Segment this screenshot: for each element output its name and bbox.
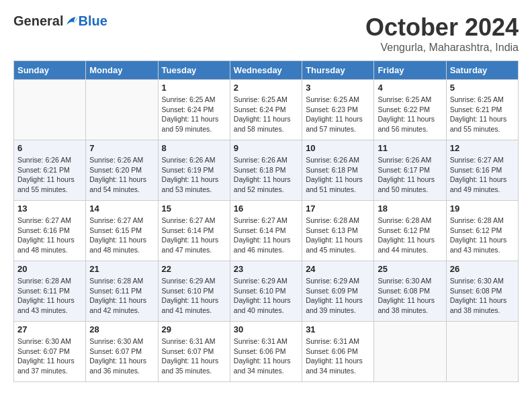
day-number: 21 [89, 264, 154, 274]
day-number: 23 [234, 264, 298, 274]
day-header-monday: Monday [86, 61, 158, 80]
day-number: 26 [450, 264, 515, 274]
calendar-day-cell: 3Sunrise: 6:25 AMSunset: 6:23 PMDaylight… [302, 80, 374, 140]
calendar-day-cell [374, 322, 446, 382]
calendar-day-cell: 27Sunrise: 6:30 AMSunset: 6:07 PMDayligh… [14, 322, 86, 382]
calendar-week-row: 6Sunrise: 6:26 AMSunset: 6:21 PMDaylight… [14, 140, 519, 201]
day-info: Sunrise: 6:26 AMSunset: 6:19 PMDaylight:… [162, 155, 226, 195]
day-info: Sunrise: 6:29 AMSunset: 6:09 PMDaylight:… [306, 276, 370, 316]
logo-bird-icon [64, 15, 78, 28]
day-info: Sunrise: 6:31 AMSunset: 6:07 PMDaylight:… [162, 336, 226, 376]
calendar-day-cell: 22Sunrise: 6:29 AMSunset: 6:10 PMDayligh… [158, 261, 230, 322]
page-header: General Blue October 2024 Vengurla, Maha… [13, 13, 519, 54]
day-number: 24 [306, 264, 370, 274]
calendar-day-cell [86, 80, 158, 140]
title-section: October 2024 Vengurla, Maharashtra, Indi… [365, 13, 519, 54]
day-info: Sunrise: 6:28 AMSunset: 6:12 PMDaylight:… [378, 216, 442, 255]
day-info: Sunrise: 6:25 AMSunset: 6:24 PMDaylight:… [234, 95, 298, 134]
day-info: Sunrise: 6:25 AMSunset: 6:21 PMDaylight:… [450, 95, 515, 134]
month-title: October 2024 [365, 13, 519, 42]
calendar-week-row: 1Sunrise: 6:25 AMSunset: 6:24 PMDaylight… [14, 80, 519, 140]
calendar-day-cell: 20Sunrise: 6:28 AMSunset: 6:11 PMDayligh… [14, 261, 86, 322]
day-number: 25 [378, 264, 442, 274]
day-number: 20 [17, 264, 82, 274]
day-number: 28 [89, 324, 154, 334]
day-header-tuesday: Tuesday [158, 61, 230, 80]
calendar-day-cell: 15Sunrise: 6:27 AMSunset: 6:14 PMDayligh… [158, 201, 230, 261]
calendar-day-cell: 11Sunrise: 6:26 AMSunset: 6:17 PMDayligh… [374, 140, 446, 201]
day-info: Sunrise: 6:29 AMSunset: 6:10 PMDaylight:… [234, 276, 298, 316]
day-number: 17 [306, 203, 370, 214]
day-number: 19 [450, 203, 515, 214]
day-info: Sunrise: 6:25 AMSunset: 6:22 PMDaylight:… [378, 95, 442, 134]
day-number: 31 [306, 324, 370, 334]
day-number: 30 [234, 324, 298, 334]
day-number: 12 [450, 143, 515, 153]
calendar-day-cell: 23Sunrise: 6:29 AMSunset: 6:10 PMDayligh… [230, 261, 302, 322]
day-number: 14 [89, 203, 154, 214]
day-number: 15 [162, 203, 226, 214]
day-number: 9 [234, 143, 298, 153]
day-number: 27 [17, 324, 82, 334]
calendar-day-cell: 26Sunrise: 6:30 AMSunset: 6:08 PMDayligh… [446, 261, 518, 322]
day-info: Sunrise: 6:25 AMSunset: 6:24 PMDaylight:… [162, 95, 226, 134]
calendar-header-row: SundayMondayTuesdayWednesdayThursdayFrid… [14, 61, 519, 80]
calendar-day-cell: 6Sunrise: 6:26 AMSunset: 6:21 PMDaylight… [14, 140, 86, 201]
day-info: Sunrise: 6:29 AMSunset: 6:10 PMDaylight:… [162, 276, 226, 316]
calendar-day-cell: 13Sunrise: 6:27 AMSunset: 6:16 PMDayligh… [14, 201, 86, 261]
calendar-day-cell: 12Sunrise: 6:27 AMSunset: 6:16 PMDayligh… [446, 140, 518, 201]
day-number: 7 [89, 143, 154, 153]
day-number: 2 [234, 83, 298, 93]
calendar-day-cell: 14Sunrise: 6:27 AMSunset: 6:15 PMDayligh… [86, 201, 158, 261]
day-info: Sunrise: 6:26 AMSunset: 6:18 PMDaylight:… [234, 155, 298, 195]
calendar-table: SundayMondayTuesdayWednesdayThursdayFrid… [13, 60, 519, 382]
calendar-day-cell [14, 80, 86, 140]
calendar-day-cell: 2Sunrise: 6:25 AMSunset: 6:24 PMDaylight… [230, 80, 302, 140]
day-header-sunday: Sunday [14, 61, 86, 80]
calendar-day-cell: 31Sunrise: 6:31 AMSunset: 6:06 PMDayligh… [302, 322, 374, 382]
calendar-day-cell: 28Sunrise: 6:30 AMSunset: 6:07 PMDayligh… [86, 322, 158, 382]
calendar-day-cell: 21Sunrise: 6:28 AMSunset: 6:11 PMDayligh… [86, 261, 158, 322]
day-info: Sunrise: 6:30 AMSunset: 6:08 PMDaylight:… [450, 276, 515, 316]
day-info: Sunrise: 6:31 AMSunset: 6:06 PMDaylight:… [234, 336, 298, 376]
calendar-week-row: 20Sunrise: 6:28 AMSunset: 6:11 PMDayligh… [14, 261, 519, 322]
calendar-day-cell: 7Sunrise: 6:26 AMSunset: 6:20 PMDaylight… [86, 140, 158, 201]
day-header-wednesday: Wednesday [230, 61, 302, 80]
day-info: Sunrise: 6:27 AMSunset: 6:15 PMDaylight:… [89, 216, 154, 255]
calendar-day-cell: 19Sunrise: 6:28 AMSunset: 6:12 PMDayligh… [446, 201, 518, 261]
day-info: Sunrise: 6:25 AMSunset: 6:23 PMDaylight:… [306, 95, 370, 134]
calendar-day-cell [446, 322, 518, 382]
calendar-day-cell: 1Sunrise: 6:25 AMSunset: 6:24 PMDaylight… [158, 80, 230, 140]
logo-general-text: General [13, 13, 63, 29]
calendar-day-cell: 10Sunrise: 6:26 AMSunset: 6:18 PMDayligh… [302, 140, 374, 201]
day-number: 29 [162, 324, 226, 334]
day-header-saturday: Saturday [446, 61, 518, 80]
calendar-week-row: 27Sunrise: 6:30 AMSunset: 6:07 PMDayligh… [14, 322, 519, 382]
day-info: Sunrise: 6:28 AMSunset: 6:11 PMDaylight:… [17, 276, 82, 316]
day-info: Sunrise: 6:31 AMSunset: 6:06 PMDaylight:… [306, 336, 370, 376]
day-info: Sunrise: 6:27 AMSunset: 6:14 PMDaylight:… [162, 216, 226, 255]
logo-blue-text: Blue [78, 13, 107, 29]
calendar-day-cell: 5Sunrise: 6:25 AMSunset: 6:21 PMDaylight… [446, 80, 518, 140]
day-info: Sunrise: 6:28 AMSunset: 6:13 PMDaylight:… [306, 216, 370, 255]
location: Vengurla, Maharashtra, India [365, 42, 519, 54]
calendar-day-cell: 18Sunrise: 6:28 AMSunset: 6:12 PMDayligh… [374, 201, 446, 261]
calendar-day-cell: 25Sunrise: 6:30 AMSunset: 6:08 PMDayligh… [374, 261, 446, 322]
day-number: 4 [378, 83, 442, 93]
day-info: Sunrise: 6:30 AMSunset: 6:07 PMDaylight:… [17, 336, 82, 376]
day-info: Sunrise: 6:27 AMSunset: 6:14 PMDaylight:… [234, 216, 298, 255]
day-number: 16 [234, 203, 298, 214]
day-info: Sunrise: 6:26 AMSunset: 6:18 PMDaylight:… [306, 155, 370, 195]
calendar-day-cell: 29Sunrise: 6:31 AMSunset: 6:07 PMDayligh… [158, 322, 230, 382]
day-info: Sunrise: 6:28 AMSunset: 6:11 PMDaylight:… [89, 276, 154, 316]
day-number: 11 [378, 143, 442, 153]
calendar-week-row: 13Sunrise: 6:27 AMSunset: 6:16 PMDayligh… [14, 201, 519, 261]
day-number: 1 [162, 83, 226, 93]
day-info: Sunrise: 6:27 AMSunset: 6:16 PMDaylight:… [450, 155, 515, 195]
day-header-friday: Friday [374, 61, 446, 80]
calendar-day-cell: 16Sunrise: 6:27 AMSunset: 6:14 PMDayligh… [230, 201, 302, 261]
calendar-day-cell: 9Sunrise: 6:26 AMSunset: 6:18 PMDaylight… [230, 140, 302, 201]
day-header-thursday: Thursday [302, 61, 374, 80]
logo: General Blue [13, 13, 107, 29]
day-info: Sunrise: 6:26 AMSunset: 6:21 PMDaylight:… [17, 155, 82, 195]
